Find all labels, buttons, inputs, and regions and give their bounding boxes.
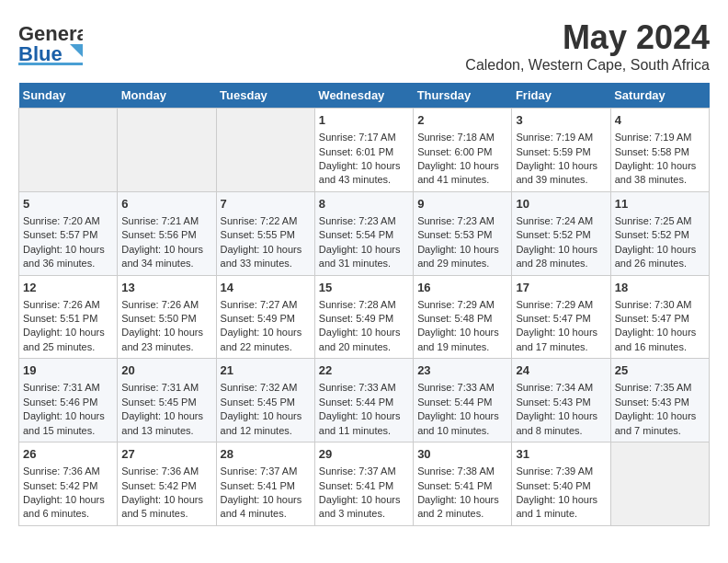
sunrise-text: Sunrise: 7:26 AM <box>121 298 211 312</box>
calendar-cell <box>118 109 216 192</box>
daylight-text: Daylight: 10 hours and 25 minutes. <box>23 326 113 354</box>
calendar-cell: 4Sunrise: 7:19 AMSunset: 5:58 PMDaylight… <box>610 109 709 192</box>
sunset-text: Sunset: 5:49 PM <box>221 312 311 326</box>
logo-icon: General Blue <box>18 18 83 73</box>
daylight-text: Daylight: 10 hours and 11 minutes. <box>319 409 409 438</box>
sunset-text: Sunset: 5:51 PM <box>23 312 113 326</box>
calendar-week-row: 5Sunrise: 7:20 AMSunset: 5:57 PMDaylight… <box>19 191 710 275</box>
calendar-cell: 5Sunrise: 7:20 AMSunset: 5:57 PMDaylight… <box>19 191 118 275</box>
sunset-text: Sunset: 5:42 PM <box>121 479 211 493</box>
daylight-text: Daylight: 10 hours and 39 minutes. <box>516 159 606 188</box>
day-number: 9 <box>417 196 507 213</box>
svg-marker-2 <box>70 44 83 57</box>
calendar-cell: 14Sunrise: 7:27 AMSunset: 5:49 PMDayligh… <box>216 275 314 359</box>
daylight-text: Daylight: 10 hours and 34 minutes. <box>121 243 211 271</box>
calendar-cell: 27Sunrise: 7:36 AMSunset: 5:42 PMDayligh… <box>118 442 216 526</box>
calendar-cell: 26Sunrise: 7:36 AMSunset: 5:42 PMDayligh… <box>19 442 118 526</box>
sunset-text: Sunset: 5:40 PM <box>516 479 606 493</box>
day-number: 16 <box>417 280 507 296</box>
daylight-text: Daylight: 10 hours and 33 minutes. <box>221 243 311 271</box>
calendar-cell: 8Sunrise: 7:23 AMSunset: 5:54 PMDaylight… <box>314 191 413 275</box>
sunset-text: Sunset: 5:43 PM <box>615 396 705 409</box>
sunset-text: Sunset: 5:48 PM <box>417 312 507 326</box>
daylight-text: Daylight: 10 hours and 36 minutes. <box>23 243 113 271</box>
sunrise-text: Sunrise: 7:17 AM <box>319 131 409 144</box>
day-number: 15 <box>319 280 409 296</box>
day-number: 26 <box>23 446 113 463</box>
calendar-cell: 10Sunrise: 7:24 AMSunset: 5:52 PMDayligh… <box>512 191 610 275</box>
day-number: 7 <box>221 196 311 213</box>
day-number: 12 <box>23 280 113 296</box>
daylight-text: Daylight: 10 hours and 8 minutes. <box>516 409 606 438</box>
daylight-text: Daylight: 10 hours and 5 minutes. <box>121 493 211 522</box>
sunset-text: Sunset: 5:42 PM <box>23 479 113 493</box>
daylight-text: Daylight: 10 hours and 16 minutes. <box>615 326 705 354</box>
sunrise-text: Sunrise: 7:33 AM <box>319 381 409 395</box>
daylight-text: Daylight: 10 hours and 23 minutes. <box>121 326 211 354</box>
day-number: 4 <box>615 112 705 129</box>
sunset-text: Sunset: 5:59 PM <box>516 145 606 159</box>
sunrise-text: Sunrise: 7:39 AM <box>516 465 606 478</box>
daylight-text: Daylight: 10 hours and 4 minutes. <box>221 493 311 522</box>
daylight-text: Daylight: 10 hours and 13 minutes. <box>121 409 211 438</box>
daylight-text: Daylight: 10 hours and 10 minutes. <box>417 409 507 438</box>
sunset-text: Sunset: 5:52 PM <box>615 228 705 242</box>
day-number: 6 <box>121 196 211 213</box>
calendar-cell: 15Sunrise: 7:28 AMSunset: 5:49 PMDayligh… <box>314 275 413 359</box>
sunrise-text: Sunrise: 7:25 AM <box>615 214 705 228</box>
daylight-text: Daylight: 10 hours and 29 minutes. <box>417 243 507 271</box>
weekday-header: Wednesday <box>314 83 413 109</box>
sunset-text: Sunset: 5:44 PM <box>319 396 409 409</box>
sunrise-text: Sunrise: 7:21 AM <box>121 214 211 228</box>
sunset-text: Sunset: 5:47 PM <box>615 312 705 326</box>
calendar-cell <box>19 109 118 192</box>
title-section: May 2024 Caledon, Western Cape, South Af… <box>465 18 710 74</box>
day-number: 10 <box>516 196 606 213</box>
weekday-header: Thursday <box>414 83 512 109</box>
sunset-text: Sunset: 5:41 PM <box>319 479 409 493</box>
daylight-text: Daylight: 10 hours and 43 minutes. <box>319 159 409 188</box>
calendar-cell: 16Sunrise: 7:29 AMSunset: 5:48 PMDayligh… <box>414 275 512 359</box>
sunset-text: Sunset: 5:46 PM <box>23 396 113 409</box>
calendar-table: SundayMondayTuesdayWednesdayThursdayFrid… <box>18 83 710 526</box>
day-number: 29 <box>319 446 409 463</box>
daylight-text: Daylight: 10 hours and 26 minutes. <box>615 243 705 271</box>
sunrise-text: Sunrise: 7:29 AM <box>417 298 507 312</box>
calendar-week-row: 26Sunrise: 7:36 AMSunset: 5:42 PMDayligh… <box>19 442 710 526</box>
sunset-text: Sunset: 5:54 PM <box>319 228 409 242</box>
sunrise-text: Sunrise: 7:36 AM <box>23 465 113 478</box>
sunrise-text: Sunrise: 7:23 AM <box>319 214 409 228</box>
calendar-cell: 6Sunrise: 7:21 AMSunset: 5:56 PMDaylight… <box>118 191 216 275</box>
daylight-text: Daylight: 10 hours and 17 minutes. <box>516 326 606 354</box>
sunset-text: Sunset: 5:47 PM <box>516 312 606 326</box>
sunrise-text: Sunrise: 7:31 AM <box>23 381 113 395</box>
weekday-header: Saturday <box>610 83 709 109</box>
sunset-text: Sunset: 5:58 PM <box>615 145 705 159</box>
calendar-cell: 11Sunrise: 7:25 AMSunset: 5:52 PMDayligh… <box>610 191 709 275</box>
day-number: 20 <box>121 362 211 379</box>
daylight-text: Daylight: 10 hours and 38 minutes. <box>615 159 705 188</box>
page-header: General Blue May 2024 Caledon, Western C… <box>18 18 710 74</box>
day-number: 14 <box>221 280 311 296</box>
sunrise-text: Sunrise: 7:19 AM <box>615 131 705 144</box>
sunrise-text: Sunrise: 7:36 AM <box>121 465 211 478</box>
sunset-text: Sunset: 5:44 PM <box>417 396 507 409</box>
calendar-cell: 1Sunrise: 7:17 AMSunset: 6:01 PMDaylight… <box>314 109 413 192</box>
calendar-cell: 31Sunrise: 7:39 AMSunset: 5:40 PMDayligh… <box>512 442 610 526</box>
calendar-cell: 9Sunrise: 7:23 AMSunset: 5:53 PMDaylight… <box>414 191 512 275</box>
day-number: 13 <box>121 280 211 296</box>
sunrise-text: Sunrise: 7:24 AM <box>516 214 606 228</box>
day-number: 28 <box>221 446 311 463</box>
day-number: 31 <box>516 446 606 463</box>
day-number: 22 <box>319 362 409 379</box>
sunset-text: Sunset: 5:55 PM <box>221 228 311 242</box>
daylight-text: Daylight: 10 hours and 41 minutes. <box>417 159 507 188</box>
calendar-cell: 22Sunrise: 7:33 AMSunset: 5:44 PMDayligh… <box>314 359 413 442</box>
weekday-header-row: SundayMondayTuesdayWednesdayThursdayFrid… <box>19 83 710 109</box>
sunset-text: Sunset: 5:41 PM <box>221 479 311 493</box>
sunset-text: Sunset: 5:53 PM <box>417 228 507 242</box>
sunrise-text: Sunrise: 7:27 AM <box>221 298 311 312</box>
daylight-text: Daylight: 10 hours and 6 minutes. <box>23 493 113 522</box>
sunrise-text: Sunrise: 7:28 AM <box>319 298 409 312</box>
sunset-text: Sunset: 5:45 PM <box>121 396 211 409</box>
